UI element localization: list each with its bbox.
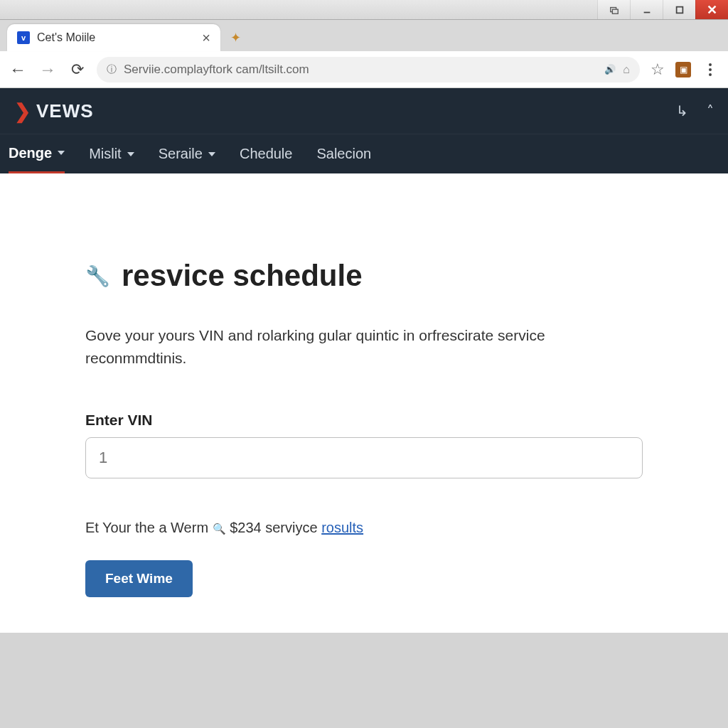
- nav-item-label: Denge: [9, 145, 52, 161]
- site-header: ❯ VEWS ↳ ˄ DengeMislitSeraileCheduleSale…: [0, 88, 728, 173]
- site-nav: DengeMislitSeraileCheduleSalecion: [0, 134, 728, 173]
- back-button[interactable]: ←: [7, 59, 28, 80]
- chevron-down-icon: [58, 151, 65, 155]
- extension-button[interactable]: ▣: [675, 62, 691, 77]
- vin-input[interactable]: [85, 437, 643, 478]
- audio-icon: 🔊: [604, 64, 616, 75]
- main-content: 🔧 resvice schedule Gove your yours VIN a…: [0, 173, 728, 633]
- browser-tab-active[interactable]: v Cet's Moiile ×: [7, 24, 220, 51]
- nav-item-chedule[interactable]: Chedule: [240, 134, 293, 173]
- results-amount: $234: [230, 520, 262, 535]
- browser-tabs-row: v Cet's Moiile × ✦: [0, 20, 728, 51]
- chevron-down-icon: [127, 152, 134, 156]
- nav-item-seraile[interactable]: Seraile: [159, 134, 215, 173]
- browser-menu-button[interactable]: [700, 59, 721, 80]
- page-subtitle: Gove your yours VIN and rolarking gular …: [85, 324, 643, 369]
- window-minimize-button[interactable]: [630, 0, 663, 19]
- nav-item-denge[interactable]: Denge: [9, 134, 65, 173]
- window-titlebar: ✕: [0, 0, 728, 20]
- new-tab-button[interactable]: ✦: [230, 30, 245, 44]
- results-inline-icon: 🔍: [213, 523, 226, 535]
- results-mid: serviyce: [265, 520, 317, 535]
- window-tray-button[interactable]: [597, 0, 630, 19]
- reload-button[interactable]: ⟳: [67, 59, 88, 80]
- window-close-button[interactable]: ✕: [695, 0, 728, 19]
- svg-rect-1: [612, 9, 618, 14]
- browser-toolbar: ← → ⟳ ⓘ Serviie.complayftork cam/ltsilt.…: [0, 51, 728, 88]
- nav-item-label: Seraile: [159, 146, 203, 162]
- window-maximize-button[interactable]: [663, 0, 695, 19]
- results-line: Et Your the a Werm 🔍 $234 serviyce rosul…: [85, 520, 643, 536]
- address-bar[interactable]: ⓘ Serviie.complayftork cam/ltsilt.com 🔊 …: [97, 57, 640, 82]
- tab-close-button[interactable]: ×: [202, 31, 210, 45]
- nav-item-salecion[interactable]: Salecion: [316, 134, 371, 173]
- chevron-down-icon: [208, 152, 215, 156]
- nav-item-mislit[interactable]: Mislit: [89, 134, 134, 173]
- vin-label: Enter VIN: [85, 412, 643, 429]
- results-prefix: Et Your the a Werm: [85, 520, 208, 535]
- header-action-download-icon[interactable]: ↳: [676, 102, 688, 119]
- url-text: Serviie.complayftork cam/ltsilt.com: [124, 63, 597, 77]
- header-action-collapse-icon[interactable]: ˄: [707, 102, 714, 119]
- page-title: resvice schedule: [122, 259, 363, 293]
- submit-button[interactable]: Feet Wime: [85, 560, 193, 597]
- brand-mark-icon: ❯: [14, 100, 31, 123]
- tab-title: Cet's Moiile: [37, 31, 195, 44]
- brand-text: VEWS: [36, 100, 94, 122]
- svg-rect-3: [676, 6, 682, 13]
- results-link[interactable]: rosults: [321, 520, 363, 535]
- forward-button[interactable]: →: [37, 59, 58, 80]
- nav-item-label: Chedule: [240, 146, 293, 162]
- site-info-icon: ⓘ: [107, 63, 117, 76]
- nav-item-label: Mislit: [89, 146, 122, 162]
- page-title-icon: 🔧: [85, 264, 110, 288]
- nav-item-label: Salecion: [316, 146, 371, 162]
- bookmark-star-button[interactable]: ☆: [648, 60, 667, 79]
- brand-logo[interactable]: ❯ VEWS: [14, 100, 94, 123]
- home-icon[interactable]: ⌂: [623, 63, 630, 76]
- tab-favicon-icon: v: [17, 31, 30, 44]
